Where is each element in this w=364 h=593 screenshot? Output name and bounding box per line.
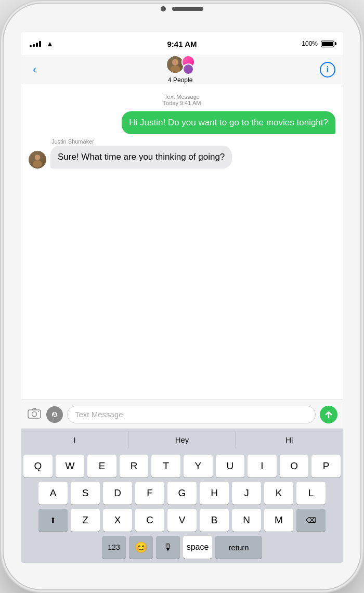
svg-point-1	[170, 66, 180, 73]
camera-button[interactable]	[27, 406, 42, 423]
nav-title: 4 People	[168, 76, 192, 84]
keyboard-row-2: A S D F G H J K L	[23, 482, 341, 505]
key-a[interactable]: A	[38, 482, 68, 505]
key-k[interactable]: K	[264, 482, 293, 505]
outgoing-bubble: Hi Justin! Do you want to go to the movi…	[122, 111, 335, 134]
key-o[interactable]: O	[280, 455, 309, 478]
key-e[interactable]: E	[87, 455, 116, 478]
key-v[interactable]: V	[167, 509, 197, 532]
keyboard: Q W E R T Y U I O P A S D F G H J K	[21, 450, 343, 563]
autocomplete-i[interactable]: I	[21, 431, 128, 448]
bubble-in-wrapper: Justin Shumaker Sure! What time are you …	[50, 138, 232, 169]
sender-name: Justin Shumaker	[51, 138, 232, 145]
avatar-group	[166, 55, 195, 75]
nav-bar: ‹ 4 People i	[21, 55, 343, 84]
speaker	[172, 7, 203, 11]
autocomplete-bar: I Hey Hi	[21, 429, 343, 450]
key-u[interactable]: U	[216, 455, 245, 478]
numbers-key[interactable]: 123	[102, 536, 126, 559]
keyboard-bottom-row: 123 😊 🎙 space return	[23, 536, 341, 559]
status-bar: ▲ 9:41 AM 100%	[21, 32, 343, 55]
svg-text:A: A	[53, 412, 56, 418]
phone-frame: ▲ 9:41 AM 100% ‹	[0, 0, 364, 593]
autocomplete-hi[interactable]: Hi	[236, 431, 343, 448]
svg-point-2	[35, 154, 41, 160]
key-g[interactable]: G	[167, 482, 197, 505]
nav-center: 4 People	[166, 55, 195, 84]
emoji-key[interactable]: 😊	[129, 536, 153, 559]
front-camera	[161, 6, 166, 11]
svg-point-6	[38, 411, 39, 412]
key-m[interactable]: M	[264, 509, 293, 532]
incoming-bubble: Sure! What time are you thinking of goin…	[50, 146, 232, 169]
svg-point-5	[32, 411, 37, 416]
status-right: 100%	[302, 40, 334, 47]
mic-key[interactable]: 🎙	[156, 536, 180, 559]
phone-screen: ▲ 9:41 AM 100% ‹	[21, 32, 343, 563]
phone-top-notch	[161, 6, 203, 11]
signal-icon	[30, 41, 41, 47]
send-icon	[324, 410, 333, 419]
key-n[interactable]: N	[232, 509, 261, 532]
return-key[interactable]: return	[215, 536, 262, 559]
camera-icon	[28, 407, 41, 419]
key-q[interactable]: Q	[23, 455, 53, 478]
input-placeholder: Text Message	[75, 410, 123, 419]
key-j[interactable]: J	[232, 482, 261, 505]
space-key[interactable]: space	[183, 536, 212, 559]
key-d[interactable]: D	[103, 482, 132, 505]
key-b[interactable]: B	[200, 509, 229, 532]
key-r[interactable]: R	[120, 455, 149, 478]
svg-point-0	[172, 59, 178, 65]
apps-icon: A	[50, 410, 59, 419]
key-f[interactable]: F	[135, 482, 164, 505]
sender-avatar	[29, 151, 46, 169]
outgoing-message-row: Hi Justin! Do you want to go to the movi…	[29, 111, 335, 134]
svg-point-3	[33, 160, 42, 167]
status-time: 9:41 AM	[167, 40, 197, 48]
key-z[interactable]: Z	[71, 509, 100, 532]
info-button[interactable]: i	[320, 62, 335, 78]
incoming-message-row: Justin Shumaker Sure! What time are you …	[29, 138, 335, 169]
key-c[interactable]: C	[135, 509, 164, 532]
send-button[interactable]	[320, 406, 337, 423]
wifi-icon: ▲	[46, 40, 54, 48]
message-input[interactable]: Text Message	[67, 406, 316, 423]
shift-key[interactable]: ⬆	[38, 509, 68, 532]
key-x[interactable]: X	[103, 509, 132, 532]
timestamp-label: Text Message	[29, 94, 335, 100]
keyboard-row-1: Q W E R T Y U I O P	[23, 455, 341, 478]
delete-key[interactable]: ⌫	[296, 509, 326, 532]
key-w[interactable]: W	[56, 455, 85, 478]
battery-percent: 100%	[302, 40, 318, 47]
key-h[interactable]: H	[200, 482, 229, 505]
message-timestamp: Text Message Today 9:41 AM	[29, 94, 335, 106]
timestamp-sub: Today 9:41 AM	[29, 100, 335, 106]
apps-button[interactable]: A	[46, 406, 63, 423]
sender-avatar-svg	[30, 152, 45, 167]
avatar-main-svg	[167, 56, 184, 73]
keyboard-row-3: ⬆ Z X C V B N M ⌫	[23, 509, 341, 532]
key-p[interactable]: P	[311, 455, 341, 478]
key-t[interactable]: T	[151, 455, 180, 478]
key-y[interactable]: Y	[184, 455, 213, 478]
autocomplete-hey[interactable]: Hey	[128, 431, 236, 448]
key-i[interactable]: I	[248, 455, 277, 478]
avatar-small-2	[183, 63, 194, 75]
back-button[interactable]: ‹	[29, 61, 41, 79]
battery-icon	[321, 41, 334, 47]
key-l[interactable]: L	[296, 482, 326, 505]
input-bar: A Text Message	[21, 399, 343, 429]
status-left: ▲	[30, 40, 54, 48]
key-s[interactable]: S	[71, 482, 100, 505]
messages-area: Text Message Today 9:41 AM Hi Justin! Do…	[21, 84, 343, 399]
